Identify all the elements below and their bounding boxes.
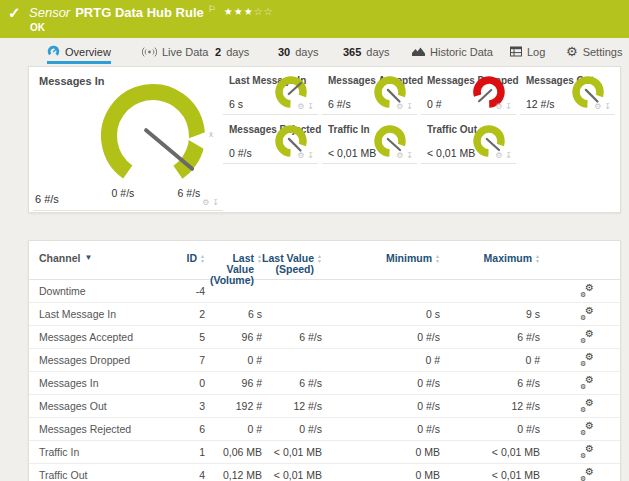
column-header-last-value-volume-[interactable]: Last Value (Volume)▲▼ xyxy=(205,253,262,286)
star-icon[interactable]: ★ xyxy=(224,6,234,17)
column-header-channel[interactable]: Channel▼ xyxy=(37,253,169,264)
cell-actions: ⚙⚙ xyxy=(540,307,612,322)
cell-actions: ⚙⚙ xyxy=(540,376,612,391)
star-icon[interactable]: ☆ xyxy=(254,6,264,17)
column-label: ID xyxy=(187,253,198,264)
gear-icon[interactable]: ⚙ xyxy=(396,103,403,111)
gear-icon[interactable]: ⚙ xyxy=(202,199,209,207)
gear-icon: ⚙ xyxy=(580,406,586,414)
channel-row-last-message-in: Last Message In26 s0 s9 s⚙⚙ xyxy=(29,303,620,326)
priority-stars[interactable]: ★★★☆☆ xyxy=(224,6,274,17)
tab-bar: OverviewLive Data2days30days365daysHisto… xyxy=(0,40,629,64)
cell-id: 4 xyxy=(169,469,205,481)
gear-icon[interactable]: ⚙ xyxy=(495,152,502,160)
cell-min: 0 # xyxy=(322,354,440,366)
tab-historic-data[interactable]: Historic Data xyxy=(412,42,493,61)
gear-icon[interactable]: ⚙ xyxy=(495,103,502,111)
gauge-current-value: 12 #/s xyxy=(526,98,555,110)
channel-settings-button[interactable]: ⚙⚙ xyxy=(580,468,594,481)
cell-actions: ⚙⚙ xyxy=(540,353,612,368)
sort-both-icon[interactable]: ▲▼ xyxy=(535,254,540,263)
overview-panel: Messages In x̄ 0 #/s 6 #/s 6 #/s ⚙↧ Last… xyxy=(28,66,621,213)
log-icon xyxy=(510,46,522,57)
channel-settings-button[interactable]: ⚙⚙ xyxy=(580,307,594,320)
pin-icon[interactable]: ↧ xyxy=(406,103,413,111)
channel-row-traffic-in: Traffic In10,06 MB< 0,01 MB0 MB< 0,01 MB… xyxy=(29,441,620,464)
gear-icon: ⚙ xyxy=(580,383,586,391)
pin-icon[interactable]: ↧ xyxy=(307,103,314,111)
gear-icon: ⚙ xyxy=(585,282,594,293)
gauge-tile-messages-out: Messages Out12 #/s⚙↧ xyxy=(520,70,615,115)
star-icon[interactable]: ☆ xyxy=(264,6,274,17)
cell-max: < 0,01 MB xyxy=(440,469,540,481)
cell-actions: ⚙⚙ xyxy=(540,422,612,437)
cell-last_speed: 6 #/s xyxy=(262,331,322,343)
channel-settings-button[interactable]: ⚙⚙ xyxy=(580,445,594,458)
cell-id: 7 xyxy=(169,354,205,366)
tab-2-days[interactable]: 2days xyxy=(215,42,249,61)
cell-channel: Messages Rejected xyxy=(37,423,169,435)
star-icon[interactable]: ★ xyxy=(244,6,254,17)
tab-overview[interactable]: Overview xyxy=(47,42,111,64)
cell-channel: Downtime xyxy=(37,285,169,297)
channel-settings-button[interactable]: ⚙⚙ xyxy=(580,376,594,389)
pin-icon[interactable]: ↧ xyxy=(307,152,314,160)
gear-icon: ⚙ xyxy=(585,374,594,385)
tab-label: Settings xyxy=(583,46,623,58)
gear-icon: ⚙ xyxy=(585,466,594,477)
column-header-maximum[interactable]: Maximum▲▼ xyxy=(440,253,540,264)
gear-icon: ⚙ xyxy=(585,397,594,408)
channel-settings-button[interactable]: ⚙⚙ xyxy=(580,353,594,366)
cell-actions: ⚙⚙ xyxy=(540,468,612,481)
channel-settings-button[interactable]: ⚙⚙ xyxy=(580,330,594,343)
tab-label: Live Data xyxy=(162,46,208,58)
gear-icon: ⚙ xyxy=(580,314,586,322)
column-header-minimum[interactable]: Minimum▲▼ xyxy=(322,253,440,264)
column-header-last-value-speed-[interactable]: Last Value (Speed)▲▼ xyxy=(262,253,322,275)
cell-last_speed: 0 #/s xyxy=(262,423,322,435)
gear-icon[interactable]: ⚙ xyxy=(594,103,601,111)
gauge-current-value: < 0,01 MB xyxy=(427,147,475,159)
channel-table-header: Channel▼ID▲▼Last Value (Volume)▲▼Last Va… xyxy=(29,241,620,280)
tab-log[interactable]: Log xyxy=(510,42,545,61)
pin-icon[interactable]: ↧ xyxy=(505,152,512,160)
column-label: Channel xyxy=(39,253,80,264)
cell-id: 6 xyxy=(169,423,205,435)
cell-min: 0 #/s xyxy=(322,423,440,435)
channel-settings-button[interactable]: ⚙⚙ xyxy=(580,284,594,297)
gear-icon[interactable]: ⚙ xyxy=(297,152,304,160)
flag-icon[interactable]: ⚐ xyxy=(208,4,216,14)
tile-action-icons: ⚙↧ xyxy=(594,103,611,111)
cell-min: 0 #/s xyxy=(322,377,440,389)
channel-settings-button[interactable]: ⚙⚙ xyxy=(580,399,594,412)
pin-icon[interactable]: ↧ xyxy=(212,199,219,207)
star-icon[interactable]: ★ xyxy=(234,6,244,17)
gauge-scale-min: 0 #/s xyxy=(107,187,139,199)
pin-icon[interactable]: ↧ xyxy=(406,152,413,160)
pin-icon[interactable]: ↧ xyxy=(604,103,611,111)
cell-channel: Traffic In xyxy=(37,446,169,458)
channel-row-messages-rejected: Messages Rejected60 #0 #/s0 #/s0 #/s⚙⚙ xyxy=(29,418,620,441)
cell-min: 0 MB xyxy=(322,469,440,481)
gauge-graphic xyxy=(47,45,60,58)
gauge-tile-messages-accepted: Messages Accepted6 #/s⚙↧ xyxy=(322,70,417,115)
tab-live-data[interactable]: Live Data xyxy=(142,42,208,61)
tab-label: Historic Data xyxy=(430,46,493,58)
sort-desc-icon[interactable]: ▼ xyxy=(84,253,92,263)
live-icon xyxy=(142,46,157,58)
tab-settings[interactable]: ⚙Settings xyxy=(566,42,622,61)
tab-label: Log xyxy=(527,46,545,58)
gear-icon[interactable]: ⚙ xyxy=(297,103,304,111)
cell-last_volume: 0 # xyxy=(205,354,262,366)
gear-icon[interactable]: ⚙ xyxy=(396,152,403,160)
gauge-tile-messages-rejected: Messages Rejected0 #/s⚙↧ xyxy=(223,119,318,164)
tab-30-days[interactable]: 30days xyxy=(278,42,319,61)
tab-label: Overview xyxy=(65,46,111,58)
gauge-tile-last-message-in: Last Message In6 s⚙↧ xyxy=(223,70,318,115)
sensor-title-line: SensorPRTG Data Hub Rule⚐★★★☆☆ xyxy=(29,4,274,20)
tab-365-days[interactable]: 365days xyxy=(343,42,390,61)
channel-settings-button[interactable]: ⚙⚙ xyxy=(580,422,594,435)
column-header-id[interactable]: ID▲▼ xyxy=(169,253,205,264)
pin-icon[interactable]: ↧ xyxy=(505,103,512,111)
cell-actions: ⚙⚙ xyxy=(540,330,612,345)
